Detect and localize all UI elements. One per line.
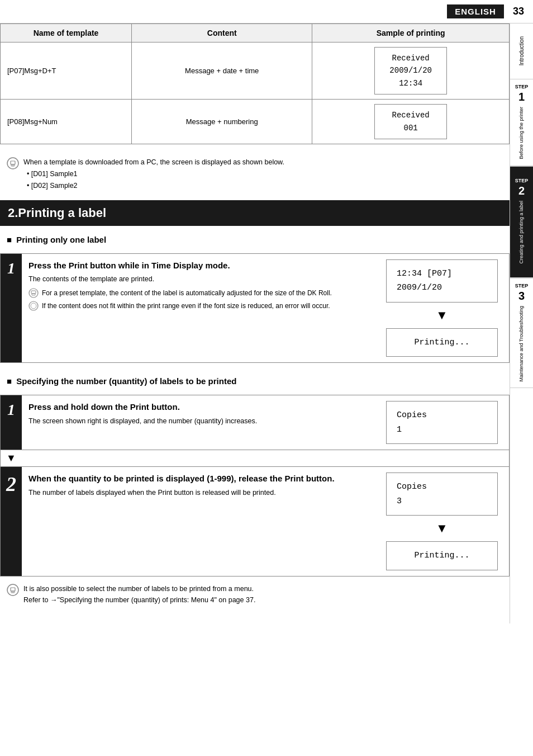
table-row: [P08]Msg+Num Message + numbering Receive… bbox=[1, 100, 510, 144]
sidebar-step2: STEP 2 Creating and printing a label bbox=[510, 167, 533, 278]
sidebar-step3: STEP 3 Maintenance and Troubleshooting bbox=[510, 278, 533, 389]
spec-step2-display: Copies 3 ▼ Printing... bbox=[375, 467, 509, 576]
spec-step2-row: 2 When the quantity to be printed is dis… bbox=[0, 466, 510, 577]
english-label: ENGLISH bbox=[447, 4, 504, 18]
spec-step1-lcd-line2: 1 bbox=[397, 425, 402, 434]
bottom-note-icon bbox=[7, 584, 19, 596]
svg-point-0 bbox=[7, 158, 18, 169]
step1-note1-text: For a preset template, the content of th… bbox=[42, 288, 332, 299]
info-bullet2: • [D02] Sample2 bbox=[27, 182, 78, 190]
svg-rect-10 bbox=[11, 588, 15, 591]
section2-header: 2.Printing a label bbox=[0, 200, 510, 226]
svg-rect-11 bbox=[11, 591, 15, 593]
bottom-note-text: It is also possible to select the number… bbox=[23, 583, 255, 606]
row2-content: Message + numbering bbox=[132, 100, 312, 144]
spec-step1-number: 1 bbox=[1, 395, 22, 450]
sample2-line2: 001 bbox=[404, 124, 418, 133]
info-main-text: When a template is downloaded from a PC,… bbox=[23, 158, 284, 166]
info-bullet1: • [D01] Sample1 bbox=[27, 170, 78, 178]
row2-name: [P08]Msg+Num bbox=[1, 100, 132, 144]
step-arrow: ▼ bbox=[0, 450, 510, 466]
spec-step2-number: 2 bbox=[1, 467, 22, 576]
info-note: When a template is downloaded from a PC,… bbox=[0, 152, 510, 200]
bottom-note-line1: It is also possible to select the number… bbox=[23, 585, 254, 593]
spec-step2-lcd1-line1: Copies bbox=[397, 482, 427, 492]
sidebar-step1-number: 1 bbox=[518, 91, 525, 103]
sample1-line1: Received bbox=[392, 54, 430, 63]
sample-box-1: Received 2009/1/20 12:34 bbox=[374, 47, 447, 94]
step1-note1-item: For a preset template, the content of th… bbox=[28, 288, 368, 299]
info-icon bbox=[7, 157, 19, 169]
sidebar-intro: Introduction bbox=[510, 23, 533, 79]
sidebar-step2-number: 2 bbox=[518, 185, 525, 197]
specifying-header: Specifying the number (quantity) of labe… bbox=[0, 373, 510, 389]
step1-lcd2-text: Printing... bbox=[414, 338, 469, 347]
spec-step2-title: When the quantity to be printed is displ… bbox=[28, 472, 368, 485]
step1-print-content: Press the Print button while in Time Dis… bbox=[22, 254, 375, 363]
spec-step1-lcd-line1: Copies bbox=[397, 410, 427, 420]
spec-step2-desc: The number of labels displayed when the … bbox=[28, 488, 368, 498]
printing-one-label-header: Printing only one label bbox=[0, 231, 510, 248]
bottom-note: It is also possible to select the number… bbox=[0, 577, 510, 612]
right-sidebar: Introduction STEP 1 Before using the pri… bbox=[510, 23, 533, 623]
row2-sample: Received 001 bbox=[312, 100, 510, 144]
main-layout: Name of template Content Sample of print… bbox=[0, 23, 533, 623]
row1-sample: Received 2009/1/20 12:34 bbox=[312, 42, 510, 100]
spec-step2-lcd2-text: Printing... bbox=[414, 551, 469, 560]
page-number: 33 bbox=[504, 3, 533, 20]
svg-point-8 bbox=[31, 303, 36, 309]
step1-print-notes: For a preset template, the content of th… bbox=[28, 288, 368, 311]
sidebar-step3-number: 3 bbox=[518, 290, 525, 303]
col3-header: Sample of printing bbox=[312, 24, 510, 42]
spec-step1-display: Copies 1 bbox=[375, 395, 509, 450]
step1-display-area: 12:34 [P07] 2009/1/20 ▼ Printing... bbox=[375, 254, 509, 363]
sample1-line3: 12:34 bbox=[399, 79, 422, 88]
step1-print-title: Press the Print button while in Time Dis… bbox=[28, 259, 368, 272]
sidebar-step3-sub: Maintenance and Troubleshooting bbox=[518, 306, 525, 382]
spec-step2-lcd2: Printing... bbox=[386, 541, 498, 570]
step1-lcd2: Printing... bbox=[386, 328, 498, 357]
sidebar-step1-label: STEP bbox=[515, 84, 529, 89]
spec-step2-lcd1: Copies 3 bbox=[386, 472, 498, 516]
spec-step1-content: Press and hold down the Print button. Th… bbox=[22, 395, 375, 450]
step1-lcd1-line1: 12:34 [P07] bbox=[397, 269, 452, 278]
row1-name: [P07]Msg+D+T bbox=[1, 42, 132, 100]
spec-step1-title: Press and hold down the Print button. bbox=[28, 401, 368, 414]
spec-step1-desc: The screen shown right is displayed, and… bbox=[28, 416, 368, 427]
step1-down-arrow: ▼ bbox=[436, 308, 448, 323]
spec-step2-lcd1-line2: 3 bbox=[397, 497, 402, 506]
step1-print-row: 1 Press the Print button while in Time D… bbox=[0, 253, 510, 363]
bottom-note-line2: Refer to →"Specifying the number (quanti… bbox=[23, 596, 255, 604]
sample1-line2: 2009/1/20 bbox=[389, 66, 432, 75]
spec-step2-down-arrow: ▼ bbox=[436, 521, 448, 536]
svg-rect-5 bbox=[31, 291, 36, 294]
col2-header: Content bbox=[132, 24, 312, 42]
svg-point-9 bbox=[7, 584, 18, 596]
step1-note2-text: If the content does not fit within the p… bbox=[42, 301, 330, 311]
sidebar-step3-label: STEP bbox=[515, 283, 529, 289]
step1-print-desc: The contents of the template are printed… bbox=[28, 274, 368, 285]
svg-rect-2 bbox=[11, 164, 15, 166]
spec-step2-content: When the quantity to be printed is displ… bbox=[22, 467, 375, 576]
info-text-content: When a template is downloaded from a PC,… bbox=[23, 157, 284, 192]
sample2-line1: Received bbox=[392, 111, 430, 120]
spec-step1-lcd: Copies 1 bbox=[386, 401, 498, 444]
svg-point-7 bbox=[29, 301, 38, 310]
circle-note-icon bbox=[28, 301, 39, 311]
svg-point-4 bbox=[29, 289, 38, 297]
step1-lcd1-line2: 2009/1/20 bbox=[397, 283, 442, 292]
row1-content: Message + date + time bbox=[132, 42, 312, 100]
sample-box-2: Received 001 bbox=[374, 104, 447, 139]
printer-note-icon bbox=[28, 288, 39, 298]
spec-step1-row: 1 Press and hold down the Print button. … bbox=[0, 395, 510, 450]
template-table: Name of template Content Sample of print… bbox=[0, 23, 510, 144]
sidebar-step1-sub: Before using the printer bbox=[518, 107, 525, 159]
sidebar-step2-label: STEP bbox=[515, 178, 529, 183]
top-header: ENGLISH 33 bbox=[0, 0, 533, 23]
content-area: Name of template Content Sample of print… bbox=[0, 23, 510, 623]
sidebar-step1: STEP 1 Before using the printer bbox=[510, 79, 533, 167]
table-row: [P07]Msg+D+T Message + date + time Recei… bbox=[1, 42, 510, 100]
step1-note2-item: If the content does not fit within the p… bbox=[28, 301, 368, 311]
svg-rect-1 bbox=[11, 161, 15, 164]
step1-lcd1: 12:34 [P07] 2009/1/20 bbox=[386, 259, 498, 303]
